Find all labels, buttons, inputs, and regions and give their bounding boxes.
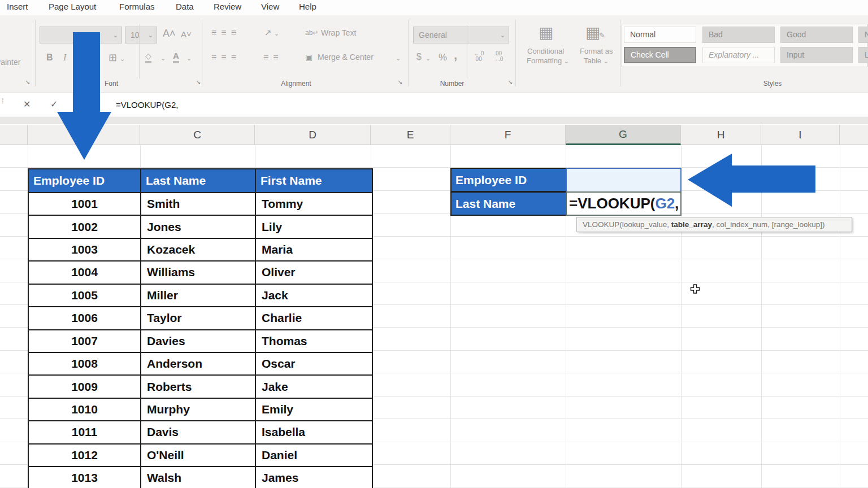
column-header-g-selected[interactable]: G — [566, 125, 681, 145]
table-cell-r13c1[interactable]: Walsh — [141, 467, 256, 488]
table-cell-r9c1[interactable]: Roberts — [141, 376, 256, 398]
table-cell-r7c2[interactable]: Thomas — [256, 330, 372, 353]
table-cell-r10c1[interactable]: Murphy — [141, 399, 256, 421]
format-as-table-button[interactable]: Format as — [580, 47, 613, 55]
table-cell-r11c1[interactable]: Davis — [141, 421, 256, 444]
table-cell-r12c1[interactable]: O'Neill — [141, 445, 256, 467]
lookup-label-employee-id[interactable]: Employee ID — [450, 168, 567, 192]
formula-bar-input[interactable]: =VLOOKUP(G2, — [116, 100, 178, 110]
number-format-combobox[interactable]: General⌄ — [413, 27, 509, 43]
horizontal-align-icons[interactable]: ≡≡≡ — [211, 53, 241, 63]
table-cell-r11c2[interactable]: Isabella — [256, 421, 372, 444]
table-cell-r6c0[interactable]: 1006 — [29, 307, 141, 330]
font-name-combobox[interactable]: ⌄ — [40, 27, 122, 43]
vertical-align-icons[interactable]: ≡≡≡ — [211, 28, 241, 38]
table-cell-r8c0[interactable]: 1008 — [29, 353, 141, 376]
column-header-d[interactable]: D — [255, 125, 371, 145]
tab-insert[interactable]: Insert — [7, 2, 28, 11]
style-chip-normal[interactable]: Normal — [624, 27, 696, 43]
table-cell-r7c1[interactable]: Davies — [141, 330, 256, 353]
formula-bar-grip-icon[interactable]: ⁞ — [2, 99, 4, 103]
table-cell-r2c0[interactable]: 1002 — [29, 216, 141, 238]
table-cell-r4c2[interactable]: Oliver — [256, 262, 372, 284]
tab-page-layout[interactable]: Page Layout — [49, 2, 96, 11]
comma-format-button[interactable]: , — [454, 48, 457, 63]
orientation-icon[interactable]: ↗ ⌄ — [264, 28, 279, 38]
table-cell-r3c0[interactable]: 1003 — [29, 239, 141, 262]
table-cell-r9c0[interactable]: 1009 — [29, 376, 141, 398]
table-cell-r12c0[interactable]: 1012 — [29, 445, 141, 467]
style-chip-explanatory[interactable]: Explanatory ... — [702, 47, 775, 63]
table-cell-r8c2[interactable]: Oscar — [256, 353, 372, 376]
tab-view[interactable]: View — [261, 2, 279, 11]
font-dialog-launcher-icon[interactable]: ↘ — [196, 79, 201, 86]
tab-review[interactable]: Review — [214, 2, 241, 11]
cell-g3-formula[interactable]: =VLOOKUP(G2, — [566, 191, 682, 216]
table-cell-r4c0[interactable]: 1004 — [29, 262, 141, 284]
table-cell-r5c0[interactable]: 1005 — [29, 285, 141, 307]
clipboard-dialog-launcher-icon[interactable]: ↘ — [25, 79, 30, 86]
table-cell-r13c2[interactable]: James — [256, 467, 372, 488]
font-size-combobox[interactable]: 10⌄ — [125, 27, 157, 43]
table-cell-r1c1[interactable]: Smith — [141, 193, 256, 216]
conditional-formatting-button[interactable]: Conditional — [527, 47, 564, 55]
table-cell-r12c2[interactable]: Daniel — [256, 445, 372, 467]
style-chip-neutral[interactable]: Neutral — [858, 27, 868, 43]
number-dialog-launcher-icon[interactable]: ↘ — [507, 79, 513, 86]
table-cell-r2c1[interactable]: Jones — [141, 216, 256, 238]
column-header-h[interactable]: H — [681, 125, 761, 145]
table-cell-r5c2[interactable]: Jack — [256, 285, 372, 307]
wrap-text-button[interactable]: Wrap Text — [321, 28, 357, 37]
chevron-down-icon[interactable]: ⌄ — [186, 55, 192, 62]
indent-icons[interactable]: ≡≡ — [263, 53, 283, 63]
table-cell-r7c0[interactable]: 1007 — [29, 330, 141, 353]
column-header-a[interactable] — [0, 125, 28, 145]
column-header-c[interactable]: C — [140, 125, 255, 145]
enter-icon[interactable]: ✓ — [50, 99, 58, 110]
table-cell-r1c2[interactable]: Tommy — [256, 193, 372, 216]
chevron-down-icon[interactable]: ⌄ — [396, 55, 401, 62]
italic-button[interactable]: I — [63, 53, 66, 63]
style-chip-check-cell[interactable]: Check Cell — [624, 47, 696, 63]
style-chip-linked-cell[interactable]: Linked Cell — [858, 47, 868, 63]
column-header-e[interactable]: E — [371, 125, 450, 145]
chevron-down-icon[interactable]: ⌄ — [160, 55, 166, 62]
column-header-i[interactable]: I — [761, 125, 840, 145]
table-cell-r9c2[interactable]: Jake — [256, 376, 372, 398]
chevron-down-icon[interactable]: ⌄ — [426, 55, 431, 62]
tab-formulas[interactable]: Formulas — [119, 2, 155, 11]
style-chip-bad[interactable]: Bad — [702, 27, 775, 43]
table-cell-r13c0[interactable]: 1013 — [29, 467, 141, 488]
tab-help[interactable]: Help — [299, 2, 316, 11]
table-cell-r5c1[interactable]: Miller — [141, 285, 256, 307]
cell-g2-selected[interactable] — [566, 168, 682, 193]
table-header-first-name[interactable]: First Name — [256, 169, 372, 193]
tab-data[interactable]: Data — [176, 2, 194, 11]
table-cell-r4c1[interactable]: Williams — [141, 262, 256, 284]
format-as-table-button-line2[interactable]: Table ⌄ — [584, 56, 609, 65]
decrease-decimal-button[interactable]: .00 →.0 — [493, 51, 503, 62]
merge-center-button[interactable]: Merge & Center — [318, 53, 374, 62]
table-cell-r3c1[interactable]: Kozacek — [141, 239, 256, 262]
percent-format-button[interactable]: % — [439, 52, 447, 63]
currency-format-button[interactable]: $ — [416, 52, 422, 62]
font-color-icon[interactable]: A — [173, 51, 179, 63]
column-header-f[interactable]: F — [450, 125, 566, 145]
table-cell-r10c0[interactable]: 1010 — [29, 399, 141, 421]
table-cell-r10c2[interactable]: Emily — [256, 399, 372, 421]
format-painter-button[interactable]: Painter — [0, 58, 20, 67]
table-cell-r6c2[interactable]: Charlie — [256, 307, 372, 330]
table-header-employee-id[interactable]: Employee ID — [29, 169, 141, 193]
cancel-icon[interactable]: ✕ — [23, 99, 31, 110]
decrease-font-size-button[interactable]: A˅ — [181, 29, 192, 39]
table-cell-r11c0[interactable]: 1011 — [29, 421, 141, 444]
style-chip-input[interactable]: Input — [780, 47, 853, 63]
column-header-j-partial[interactable] — [840, 125, 868, 145]
table-cell-r2c2[interactable]: Lily — [256, 216, 372, 238]
table-cell-r3c2[interactable]: Maria — [256, 239, 372, 262]
alignment-dialog-launcher-icon[interactable]: ↘ — [397, 79, 402, 86]
fill-color-icon[interactable]: ◇ — [145, 51, 151, 63]
table-cell-r6c1[interactable]: Taylor — [141, 307, 256, 330]
style-chip-good[interactable]: Good — [780, 27, 853, 43]
bold-button[interactable]: B — [46, 53, 53, 63]
